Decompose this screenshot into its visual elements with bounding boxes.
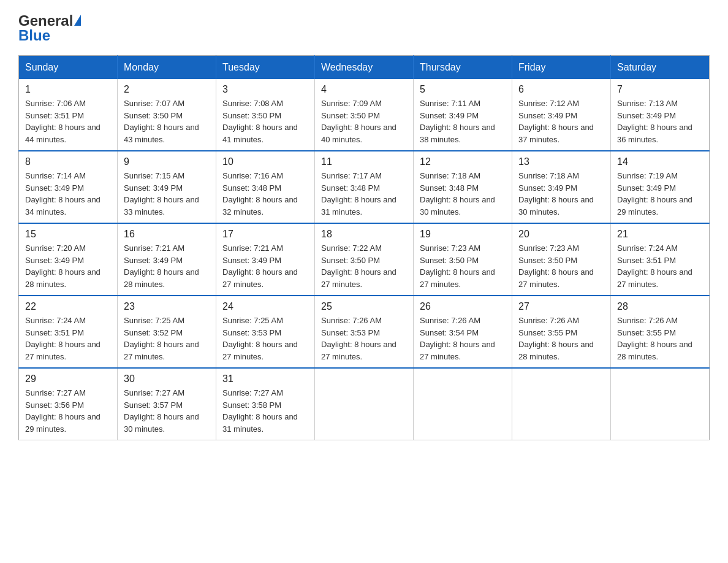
day-info: Sunrise: 7:23 AM Sunset: 3:50 PM Dayligh… <box>420 242 506 290</box>
day-info: Sunrise: 7:25 AM Sunset: 3:53 PM Dayligh… <box>222 315 308 362</box>
day-info: Sunrise: 7:12 AM Sunset: 3:49 PM Dayligh… <box>518 98 604 145</box>
calendar-cell: 19 Sunrise: 7:23 AM Sunset: 3:50 PM Dayl… <box>414 223 512 296</box>
day-info: Sunrise: 7:23 AM Sunset: 3:50 PM Dayligh… <box>518 242 604 290</box>
day-number: 26 <box>420 301 506 312</box>
day-info: Sunrise: 7:22 AM Sunset: 3:50 PM Dayligh… <box>321 242 407 290</box>
calendar-cell: 20 Sunrise: 7:23 AM Sunset: 3:50 PM Dayl… <box>512 223 611 296</box>
day-info: Sunrise: 7:26 AM Sunset: 3:54 PM Dayligh… <box>420 315 506 362</box>
calendar-cell: 8 Sunrise: 7:14 AM Sunset: 3:49 PM Dayli… <box>19 151 118 223</box>
day-info: Sunrise: 7:24 AM Sunset: 3:51 PM Dayligh… <box>25 315 111 362</box>
day-info: Sunrise: 7:15 AM Sunset: 3:49 PM Dayligh… <box>124 170 210 218</box>
page-header: General Blue <box>18 12 710 44</box>
calendar-cell: 26 Sunrise: 7:26 AM Sunset: 3:54 PM Dayl… <box>414 296 512 368</box>
calendar-cell: 21 Sunrise: 7:24 AM Sunset: 3:51 PM Dayl… <box>611 223 710 296</box>
day-number: 30 <box>124 373 210 385</box>
calendar-cell: 28 Sunrise: 7:26 AM Sunset: 3:55 PM Dayl… <box>611 296 710 368</box>
day-number: 3 <box>222 84 308 95</box>
day-number: 31 <box>222 373 308 385</box>
day-info: Sunrise: 7:26 AM Sunset: 3:53 PM Dayligh… <box>321 315 407 362</box>
calendar-cell: 9 Sunrise: 7:15 AM Sunset: 3:49 PM Dayli… <box>118 151 216 223</box>
day-number: 15 <box>25 229 111 240</box>
day-number: 19 <box>420 229 506 240</box>
day-number: 13 <box>518 156 604 167</box>
calendar-cell: 18 Sunrise: 7:22 AM Sunset: 3:50 PM Dayl… <box>315 223 414 296</box>
calendar-cell: 29 Sunrise: 7:27 AM Sunset: 3:56 PM Dayl… <box>19 368 118 440</box>
calendar-table: SundayMondayTuesdayWednesdayThursdayFrid… <box>18 55 710 440</box>
calendar-cell <box>611 368 710 440</box>
day-number: 18 <box>321 229 407 240</box>
day-number: 2 <box>124 84 210 95</box>
calendar-cell: 2 Sunrise: 7:07 AM Sunset: 3:50 PM Dayli… <box>118 79 216 151</box>
calendar-cell: 14 Sunrise: 7:19 AM Sunset: 3:49 PM Dayl… <box>611 151 710 223</box>
day-header-wednesday: Wednesday <box>315 56 414 80</box>
day-number: 24 <box>222 301 308 312</box>
logo-arrow-icon <box>74 15 81 26</box>
day-number: 23 <box>124 301 210 312</box>
day-number: 10 <box>222 156 308 167</box>
day-number: 12 <box>420 156 506 167</box>
calendar-cell <box>414 368 512 440</box>
calendar-cell: 25 Sunrise: 7:26 AM Sunset: 3:53 PM Dayl… <box>315 296 414 368</box>
calendar-cell: 10 Sunrise: 7:16 AM Sunset: 3:48 PM Dayl… <box>216 151 315 223</box>
day-info: Sunrise: 7:11 AM Sunset: 3:49 PM Dayligh… <box>420 98 506 145</box>
day-info: Sunrise: 7:20 AM Sunset: 3:49 PM Dayligh… <box>25 242 111 290</box>
day-info: Sunrise: 7:13 AM Sunset: 3:49 PM Dayligh… <box>617 98 703 145</box>
calendar-cell: 12 Sunrise: 7:18 AM Sunset: 3:48 PM Dayl… <box>414 151 512 223</box>
day-headers-row: SundayMondayTuesdayWednesdayThursdayFrid… <box>19 56 710 80</box>
calendar-cell <box>512 368 611 440</box>
calendar-cell: 5 Sunrise: 7:11 AM Sunset: 3:49 PM Dayli… <box>414 79 512 151</box>
calendar-week-row: 22 Sunrise: 7:24 AM Sunset: 3:51 PM Dayl… <box>19 296 710 368</box>
day-info: Sunrise: 7:09 AM Sunset: 3:50 PM Dayligh… <box>321 98 407 145</box>
day-info: Sunrise: 7:18 AM Sunset: 3:49 PM Dayligh… <box>518 170 604 218</box>
day-number: 21 <box>617 229 703 240</box>
day-header-thursday: Thursday <box>414 56 512 80</box>
day-info: Sunrise: 7:27 AM Sunset: 3:58 PM Dayligh… <box>222 387 308 435</box>
day-info: Sunrise: 7:26 AM Sunset: 3:55 PM Dayligh… <box>617 315 703 362</box>
day-info: Sunrise: 7:27 AM Sunset: 3:57 PM Dayligh… <box>124 387 210 435</box>
day-info: Sunrise: 7:26 AM Sunset: 3:55 PM Dayligh… <box>518 315 604 362</box>
calendar-cell: 30 Sunrise: 7:27 AM Sunset: 3:57 PM Dayl… <box>118 368 216 440</box>
day-number: 20 <box>518 229 604 240</box>
day-number: 1 <box>25 84 111 95</box>
day-number: 11 <box>321 156 407 167</box>
logo-blue: Blue <box>18 27 50 44</box>
day-info: Sunrise: 7:27 AM Sunset: 3:56 PM Dayligh… <box>25 387 111 435</box>
day-info: Sunrise: 7:19 AM Sunset: 3:49 PM Dayligh… <box>617 170 703 218</box>
day-info: Sunrise: 7:14 AM Sunset: 3:49 PM Dayligh… <box>25 170 111 218</box>
logo-area: General Blue <box>18 12 82 44</box>
calendar-cell: 7 Sunrise: 7:13 AM Sunset: 3:49 PM Dayli… <box>611 79 710 151</box>
day-number: 4 <box>321 84 407 95</box>
calendar-cell: 11 Sunrise: 7:17 AM Sunset: 3:48 PM Dayl… <box>315 151 414 223</box>
day-info: Sunrise: 7:21 AM Sunset: 3:49 PM Dayligh… <box>124 242 210 290</box>
day-info: Sunrise: 7:06 AM Sunset: 3:51 PM Dayligh… <box>25 98 111 145</box>
day-info: Sunrise: 7:25 AM Sunset: 3:52 PM Dayligh… <box>124 315 210 362</box>
day-number: 6 <box>518 84 604 95</box>
calendar-cell: 3 Sunrise: 7:08 AM Sunset: 3:50 PM Dayli… <box>216 79 315 151</box>
calendar-cell: 27 Sunrise: 7:26 AM Sunset: 3:55 PM Dayl… <box>512 296 611 368</box>
calendar-cell: 22 Sunrise: 7:24 AM Sunset: 3:51 PM Dayl… <box>19 296 118 368</box>
calendar-cell: 6 Sunrise: 7:12 AM Sunset: 3:49 PM Dayli… <box>512 79 611 151</box>
day-info: Sunrise: 7:24 AM Sunset: 3:51 PM Dayligh… <box>617 242 703 290</box>
day-number: 22 <box>25 301 111 312</box>
day-info: Sunrise: 7:08 AM Sunset: 3:50 PM Dayligh… <box>222 98 308 145</box>
day-info: Sunrise: 7:21 AM Sunset: 3:49 PM Dayligh… <box>222 242 308 290</box>
day-number: 29 <box>25 373 111 385</box>
day-number: 27 <box>518 301 604 312</box>
day-number: 8 <box>25 156 111 167</box>
day-header-tuesday: Tuesday <box>216 56 315 80</box>
calendar-cell: 15 Sunrise: 7:20 AM Sunset: 3:49 PM Dayl… <box>19 223 118 296</box>
calendar-cell: 31 Sunrise: 7:27 AM Sunset: 3:58 PM Dayl… <box>216 368 315 440</box>
day-header-friday: Friday <box>512 56 611 80</box>
calendar-week-row: 1 Sunrise: 7:06 AM Sunset: 3:51 PM Dayli… <box>19 79 710 151</box>
day-header-saturday: Saturday <box>611 56 710 80</box>
day-info: Sunrise: 7:16 AM Sunset: 3:48 PM Dayligh… <box>222 170 308 218</box>
day-info: Sunrise: 7:07 AM Sunset: 3:50 PM Dayligh… <box>124 98 210 145</box>
day-number: 16 <box>124 229 210 240</box>
calendar-week-row: 29 Sunrise: 7:27 AM Sunset: 3:56 PM Dayl… <box>19 368 710 440</box>
calendar-cell: 13 Sunrise: 7:18 AM Sunset: 3:49 PM Dayl… <box>512 151 611 223</box>
calendar-week-row: 8 Sunrise: 7:14 AM Sunset: 3:49 PM Dayli… <box>19 151 710 223</box>
day-header-monday: Monday <box>118 56 216 80</box>
day-number: 17 <box>222 229 308 240</box>
day-number: 5 <box>420 84 506 95</box>
day-header-sunday: Sunday <box>19 56 118 80</box>
